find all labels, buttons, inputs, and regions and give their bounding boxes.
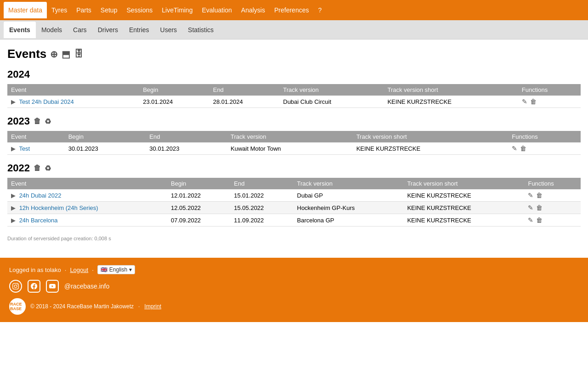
archive-event-icon[interactable]: 🗄 xyxy=(74,49,83,59)
year-heading-2024: 2024 xyxy=(7,68,581,80)
col-track-version-short-2024: Track version short xyxy=(384,84,518,96)
row-expand-icon[interactable]: ▶ xyxy=(11,217,16,224)
function-icons: ✎ 🗑 xyxy=(522,98,577,105)
row-expand-icon[interactable]: ▶ xyxy=(11,192,16,199)
event-name-cell: ▶ 24h Barcelona xyxy=(7,214,167,226)
recycle-year-2022-icon[interactable]: ♻ xyxy=(45,164,51,173)
edit-icon[interactable]: ✎ xyxy=(528,216,533,224)
functions-cell: ✎ 🗑 xyxy=(508,142,581,155)
nav-sessions[interactable]: Sessions xyxy=(122,2,157,18)
delete-icon[interactable]: 🗑 xyxy=(536,204,543,211)
col-track-version-2022: Track version xyxy=(294,178,404,189)
recycle-year-2023-icon[interactable]: ♻ xyxy=(45,117,51,126)
col-event-2024: Event xyxy=(7,84,139,96)
separator-dot: · xyxy=(65,266,67,273)
event-link[interactable]: 24h Barcelona xyxy=(19,217,58,224)
functions-cell: ✎ 🗑 xyxy=(518,96,581,108)
footer: Logged in as tolako · Logout · 🇬🇧 Englis… xyxy=(0,258,588,322)
function-icons: ✎ 🗑 xyxy=(512,145,577,152)
event-link[interactable]: Test 24h Dubai 2024 xyxy=(19,98,74,105)
nav-analysis[interactable]: Analysis xyxy=(237,2,270,18)
nav-parts[interactable]: Parts xyxy=(72,2,96,18)
event-name-cell: ▶ 12h Hockenheim (24h Series) xyxy=(7,202,167,214)
track-version-short-cell: KEINE KURZSTRECKE xyxy=(403,214,524,226)
page-title-area: Events ⊕ ⬒ 🗄 xyxy=(7,47,581,61)
footer-social-area: @racebase.info xyxy=(9,280,579,293)
imprint-link[interactable]: Imprint xyxy=(144,303,161,310)
col-end-2023: End xyxy=(146,131,227,142)
event-link[interactable]: Test xyxy=(19,145,30,152)
nav-help[interactable]: ? xyxy=(313,2,326,18)
begin-date-cell: 12.05.2022 xyxy=(167,202,230,214)
functions-cell: ✎ 🗑 xyxy=(524,202,581,214)
edit-icon[interactable]: ✎ xyxy=(528,192,533,199)
col-track-version-2024: Track version xyxy=(279,84,384,96)
logged-in-label: Logged in as tolako xyxy=(9,266,61,273)
begin-date-cell: 23.01.2024 xyxy=(139,96,209,108)
subnav-events[interactable]: Events xyxy=(4,22,36,38)
instagram-icon[interactable] xyxy=(9,280,22,293)
subnav-cars[interactable]: Cars xyxy=(68,22,92,38)
event-name-cell: ▶ Test xyxy=(7,142,65,155)
table-row: ▶ Test 24h Dubai 2024 23.01.2024 28.01.2… xyxy=(7,96,581,108)
end-date-cell: 15.01.2022 xyxy=(230,189,293,202)
logout-link[interactable]: Logout xyxy=(70,266,88,273)
year-heading-2023: 2023 🗑 ♻ xyxy=(7,115,581,127)
footer-copyright-area: RACE BASE © 2018 - 2024 RaceBase Martin … xyxy=(9,298,579,315)
col-begin-2022: Begin xyxy=(167,178,230,189)
subnav-entries[interactable]: Entries xyxy=(124,22,155,38)
subnav-models[interactable]: Models xyxy=(36,22,68,38)
event-name-cell: ▶ 24h Dubai 2022 xyxy=(7,189,167,202)
nav-livetiming[interactable]: LiveTiming xyxy=(157,2,197,18)
track-version-short-cell: KEINE KURZSTRECKE xyxy=(384,96,518,108)
row-expand-icon[interactable]: ▶ xyxy=(11,204,16,211)
begin-date-cell: 07.09.2022 xyxy=(167,214,230,226)
subnav-users[interactable]: Users xyxy=(155,22,183,38)
edit-icon[interactable]: ✎ xyxy=(512,145,517,152)
delete-year-2022-icon[interactable]: 🗑 xyxy=(34,164,41,172)
add-event-icon[interactable]: ⊕ xyxy=(50,49,58,60)
separator-dot3: · xyxy=(138,303,140,310)
col-begin-2023: Begin xyxy=(65,131,146,142)
track-version-short-cell: KEINE KURZSTRECKE xyxy=(403,202,524,214)
nav-preferences[interactable]: Preferences xyxy=(270,2,313,18)
social-handle: @racebase.info xyxy=(64,283,109,290)
track-version-cell: Dubai Club Circuit xyxy=(279,96,384,108)
delete-icon[interactable]: 🗑 xyxy=(530,98,537,105)
row-expand-icon[interactable]: ▶ xyxy=(11,98,16,105)
event-link[interactable]: 24h Dubai 2022 xyxy=(19,192,62,199)
col-end-2024: End xyxy=(209,84,280,96)
language-selector[interactable]: 🇬🇧 English ▾ xyxy=(97,265,135,274)
delete-icon[interactable]: 🗑 xyxy=(536,216,543,224)
dropdown-arrow-icon: ▾ xyxy=(129,266,132,273)
event-link[interactable]: 12h Hockenheim (24h Series) xyxy=(19,204,98,211)
export-event-icon[interactable]: ⬒ xyxy=(62,49,70,60)
functions-cell: ✎ 🗑 xyxy=(524,214,581,226)
edit-icon[interactable]: ✎ xyxy=(528,204,533,211)
edit-icon[interactable]: ✎ xyxy=(522,98,527,105)
youtube-icon[interactable] xyxy=(46,280,59,293)
function-icons: ✎ 🗑 xyxy=(528,216,577,224)
track-version-short-cell: KEINE KURZSTRECKE xyxy=(403,189,524,202)
col-track-version-short-2022: Track version short xyxy=(403,178,524,189)
year-label-2023: 2023 xyxy=(7,115,30,127)
track-version-cell: Kuwait Motor Town xyxy=(227,142,353,155)
subnav-statistics[interactable]: Statistics xyxy=(182,22,219,38)
nav-master-data[interactable]: Master data xyxy=(4,2,47,18)
nav-tyres[interactable]: Tyres xyxy=(47,2,72,18)
subnav-drivers[interactable]: Drivers xyxy=(92,22,124,38)
main-content: Events ⊕ ⬒ 🗄 2024 Event Begin End Track … xyxy=(0,40,588,249)
function-icons: ✎ 🗑 xyxy=(528,204,577,211)
row-expand-icon[interactable]: ▶ xyxy=(11,145,16,152)
page-title-text: Events xyxy=(7,47,46,61)
events-table-2022: Event Begin End Track version Track vers… xyxy=(7,178,581,226)
table-row: ▶ Test 30.01.2023 30.01.2023 Kuwait Moto… xyxy=(7,142,581,155)
delete-icon[interactable]: 🗑 xyxy=(520,145,526,152)
facebook-icon[interactable] xyxy=(28,280,40,293)
top-navigation: Master data Tyres Parts Setup Sessions L… xyxy=(0,0,588,20)
footer-login-area: Logged in as tolako · Logout · 🇬🇧 Englis… xyxy=(9,265,579,274)
delete-year-2023-icon[interactable]: 🗑 xyxy=(34,117,41,125)
delete-icon[interactable]: 🗑 xyxy=(536,192,543,199)
nav-evaluation[interactable]: Evaluation xyxy=(197,2,236,18)
nav-setup[interactable]: Setup xyxy=(96,2,122,18)
